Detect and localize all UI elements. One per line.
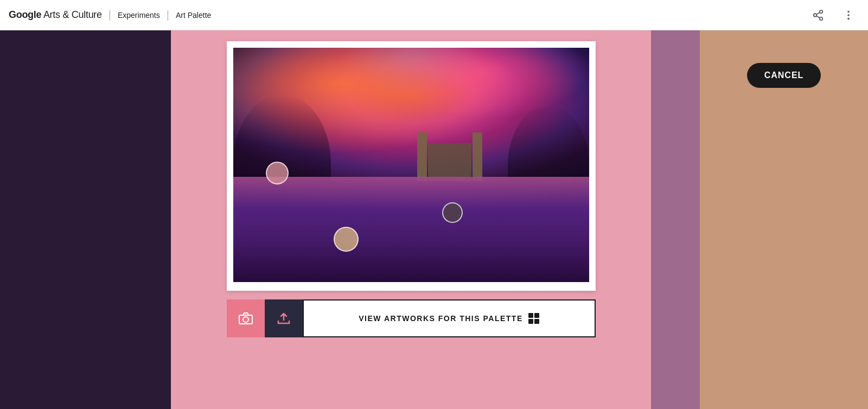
grid-icon <box>528 313 539 324</box>
upload-icon <box>276 311 291 325</box>
svg-line-4 <box>816 12 820 14</box>
view-artworks-label: VIEW ARTWORKS FOR THIS PALETTE <box>359 314 522 323</box>
nav-art-palette[interactable]: Art Palette <box>176 11 211 20</box>
right-sidebar-purple <box>651 30 700 409</box>
svg-point-6 <box>847 14 850 16</box>
svg-point-7 <box>847 17 850 20</box>
divider-1: | <box>108 9 111 21</box>
divider-2: | <box>167 9 169 21</box>
right-sidebar-container: CANCEL <box>651 30 868 409</box>
color-dot-dark[interactable] <box>442 202 463 223</box>
svg-point-5 <box>847 10 850 12</box>
more-options-button[interactable] <box>838 4 859 26</box>
view-artworks-button[interactable]: VIEW ARTWORKS FOR THIS PALETTE <box>303 299 596 337</box>
temple-pillar-left <box>417 132 427 181</box>
left-sidebar <box>0 30 171 409</box>
header-right <box>807 4 859 26</box>
logo: Google Arts & Culture <box>9 9 102 21</box>
svg-point-9 <box>243 317 248 322</box>
svg-line-3 <box>816 16 820 18</box>
temple-body <box>428 143 471 181</box>
cancel-button[interactable]: CANCEL <box>747 63 821 88</box>
image-wrapper <box>233 48 589 282</box>
temple-structure <box>417 127 482 181</box>
water-reflection <box>233 177 589 282</box>
share-icon <box>812 9 824 21</box>
image-card <box>227 41 596 291</box>
center-area: VIEW ARTWORKS FOR THIS PALETTE <box>171 30 651 409</box>
upload-button[interactable] <box>265 299 303 337</box>
main-layout: VIEW ARTWORKS FOR THIS PALETTE CANCEL <box>0 30 868 409</box>
temple-pillar-right <box>473 132 482 181</box>
camera-button[interactable] <box>227 299 265 337</box>
more-vertical-icon <box>843 9 854 21</box>
nav-experiments[interactable]: Experiments <box>118 11 160 20</box>
color-dot-tan[interactable] <box>334 227 359 252</box>
right-sidebar-tan: CANCEL <box>700 30 868 409</box>
color-dot-pink[interactable] <box>266 162 289 184</box>
share-button[interactable] <box>807 4 829 26</box>
bottom-toolbar: VIEW ARTWORKS FOR THIS PALETTE <box>227 299 596 337</box>
header-left: Google Arts & Culture | Experiments | Ar… <box>9 9 211 21</box>
app-header: Google Arts & Culture | Experiments | Ar… <box>0 0 868 30</box>
camera-icon <box>238 312 253 325</box>
